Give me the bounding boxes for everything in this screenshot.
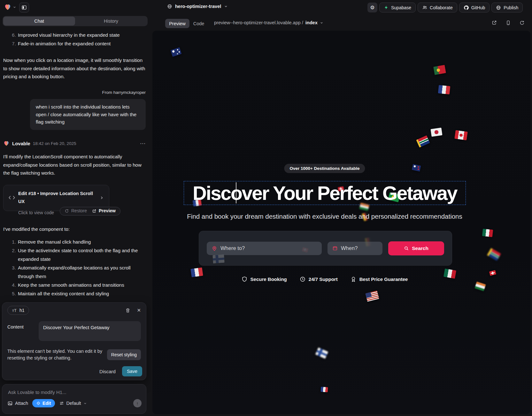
restore-button[interactable]: Restore: [65, 207, 87, 215]
message-menu-icon[interactable]: ⋯: [140, 140, 146, 148]
typography-icon: тT: [12, 308, 17, 313]
composer-input[interactable]: [8, 390, 136, 395]
flag-france-icon: [190, 268, 203, 277]
flags-layer: [152, 31, 530, 414]
chat-composer: Attach Edit Default ↑: [2, 384, 146, 414]
attach-button[interactable]: Attach: [7, 401, 28, 406]
flag-switzerland-icon: [489, 270, 497, 276]
map-pin-icon: [212, 246, 217, 251]
list-item: Use the activeIndex state to control bot…: [17, 246, 146, 263]
gear-icon: ⚙: [370, 4, 374, 11]
date-input[interactable]: [341, 245, 378, 251]
content-field-label: Content: [7, 321, 39, 341]
flag-portugal-icon: [433, 65, 446, 75]
lovable-heart-icon: [4, 3, 12, 11]
assistant-message-header: Lovable 18:42 on Feb 20, 2025 ⋯: [3, 140, 146, 148]
preview-version-button[interactable]: Preview: [92, 207, 116, 215]
github-button[interactable]: GitHub: [459, 3, 490, 12]
target-icon: [36, 401, 41, 405]
list-item: Automatically expand/collapse locations …: [17, 263, 146, 281]
destination-input[interactable]: [220, 245, 317, 251]
list-item: Maintain all the existing content and st…: [17, 289, 146, 298]
tab-chat[interactable]: Chat: [3, 17, 75, 26]
chevron-down-icon: [13, 5, 16, 9]
topbar: hero-optimizer-travel ⚙ Supabase Collabo…: [0, 0, 532, 15]
lovable-logo-menu[interactable]: [4, 3, 16, 11]
tab-code[interactable]: Code: [191, 19, 207, 28]
topbar-actions: ⚙ Supabase Collaborate GitHub Publish: [367, 3, 523, 12]
text-caret: [236, 182, 236, 203]
message-timestamp: 18:42 on Feb 20, 2025: [33, 140, 76, 148]
flag-mexico-icon: [482, 229, 493, 237]
chevron-down-icon: [224, 4, 228, 8]
chat-mode-selector[interactable]: Default: [59, 401, 87, 406]
award-icon: [351, 276, 357, 282]
search-icon: [404, 246, 409, 251]
chat-messages: Improved visual hierarchy in the expande…: [0, 28, 151, 303]
destination-field[interactable]: [207, 242, 322, 255]
publish-button[interactable]: Publish: [491, 3, 523, 12]
collaborate-button[interactable]: Collaborate: [418, 3, 457, 12]
destinations-badge: Over 1000+ Destinations Available: [284, 164, 365, 173]
sidebar-toggle-button[interactable]: [19, 3, 29, 12]
restore-icon: [65, 209, 69, 213]
tab-history[interactable]: History: [75, 17, 147, 26]
content-field[interactable]: Discover Your Perfect Getaway: [39, 321, 141, 341]
hero-subtitle: Find and book your dream destination wit…: [187, 213, 462, 220]
edit-mode-button[interactable]: Edit: [32, 399, 55, 407]
feature-badges: Secure Booking 24/7 Support Best Price G…: [242, 276, 408, 282]
external-link-icon: [92, 209, 96, 213]
send-button[interactable]: ↑: [133, 399, 142, 407]
flag-new-zealand-icon: [412, 164, 421, 172]
assistant-paragraph: Now when you click on a location image, …: [3, 56, 146, 81]
date-field[interactable]: [328, 242, 382, 255]
flag-france-icon: [320, 387, 328, 392]
arrow-up-icon: ↑: [136, 401, 139, 406]
flag-canada-icon: [454, 130, 467, 140]
reset-styling-button[interactable]: Reset styling: [107, 349, 141, 360]
list-item: Improved visual hierarchy in the expande…: [17, 31, 146, 39]
styling-note: This element can't be styled. You can ed…: [7, 348, 104, 361]
preview-url-bar[interactable]: preview--hero-optimizer-travel.lovable.a…: [214, 15, 323, 31]
element-tag-pill[interactable]: тT h1: [7, 306, 29, 315]
preview-url: preview--hero-optimizer-travel.lovable.a…: [214, 20, 303, 25]
open-in-new-tab-icon[interactable]: [491, 20, 497, 26]
code-icon: [9, 195, 15, 200]
clock-icon: [300, 276, 306, 282]
sliders-icon: [59, 401, 64, 406]
flag-south-africa-icon: [487, 248, 501, 261]
flag-usa-icon: [365, 291, 379, 302]
preview-pane: Preview Code preview--hero-optimizer-tra…: [151, 15, 532, 416]
list-item: Keep the same smooth animations and tran…: [17, 281, 146, 289]
supabase-button[interactable]: Supabase: [379, 3, 416, 12]
project-name: hero-optimizer-travel: [175, 4, 221, 9]
refresh-icon[interactable]: [519, 20, 525, 26]
search-panel: Search: [199, 231, 452, 266]
flag-france-icon: [438, 85, 451, 95]
project-selector[interactable]: hero-optimizer-travel: [167, 4, 228, 9]
preview-header: Preview Code preview--hero-optimizer-tra…: [151, 15, 532, 31]
mobile-view-icon[interactable]: [505, 20, 511, 26]
chevron-down-icon: [320, 21, 323, 25]
globe-icon: [496, 5, 501, 10]
close-icon[interactable]: ✕: [137, 307, 141, 313]
preview-url-path: index: [305, 20, 318, 25]
feature-price-guarantee: Best Price Guarantee: [351, 276, 408, 282]
globe-icon: [167, 4, 172, 9]
selected-element-outline[interactable]: Discover Your Perfect Getaway: [184, 181, 466, 205]
collaborate-icon: [422, 5, 427, 10]
element-editor-panel: тT h1 ✕ Content Discover Your Perfect Ge…: [2, 302, 146, 380]
previous-steps-list: Improved visual hierarchy in the expande…: [3, 31, 146, 48]
calendar-icon: [332, 246, 338, 251]
discard-button[interactable]: Discard: [99, 369, 116, 374]
search-button[interactable]: Search: [388, 241, 444, 255]
flag-australia-icon: [170, 47, 181, 57]
chevron-down-icon: [83, 402, 87, 405]
tab-preview[interactable]: Preview: [165, 19, 189, 28]
settings-button[interactable]: ⚙: [367, 3, 377, 12]
shield-icon: [242, 276, 248, 282]
save-button[interactable]: Save: [122, 366, 142, 376]
chat-sidebar: Chat History Improved visual hierarchy i…: [0, 15, 151, 416]
trash-icon[interactable]: [125, 308, 130, 313]
edit-card-title: Edit #18 • Improve Location Scroll UX: [18, 190, 96, 206]
